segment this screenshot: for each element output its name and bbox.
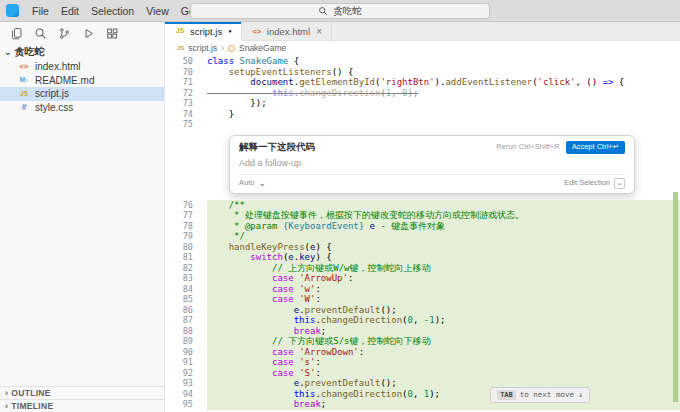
code-text: case 'w':: [207, 284, 680, 295]
code-text: handleKeyPress(e) {: [207, 242, 680, 253]
search-icon: [318, 6, 328, 16]
line-number: 95: [165, 399, 193, 410]
line-number: 85: [165, 294, 193, 305]
section-label: OUTLINE: [11, 388, 50, 398]
line-number: 83: [165, 273, 193, 284]
line-number: 86: [165, 305, 193, 316]
code-line: 74 }: [165, 109, 680, 120]
folder-root[interactable]: ⌄ 贪吃蛇: [0, 44, 164, 60]
code-text: break;: [207, 399, 680, 410]
line-number: 72: [165, 88, 193, 99]
html-icon: <>: [251, 28, 263, 36]
followup-input[interactable]: Add a follow-up: [239, 154, 625, 174]
code-line: 72 this.changeDirection(1, 0);: [165, 88, 680, 99]
close-icon[interactable]: ×: [316, 26, 322, 37]
code-line: 84 case 'w':: [165, 284, 680, 295]
chevron-down-icon: ⌄: [4, 48, 12, 57]
line-number: 93: [165, 378, 193, 389]
code-line: 90 case 'ArrowDown':: [165, 347, 680, 358]
search-icon[interactable]: [34, 27, 47, 40]
run-debug-icon[interactable]: [82, 27, 95, 40]
code-text: }: [207, 109, 680, 120]
code-text: e.preventDefault();: [207, 305, 680, 316]
code-text: case 's':: [207, 357, 680, 368]
file-item-README.md[interactable]: M↓README.md: [0, 74, 164, 88]
code-line: 89 // 下方向键或S/s键，控制蛇向下移动: [165, 336, 680, 347]
folder-root-label: 贪吃蛇: [15, 45, 45, 59]
code-text: setupEventListeners() {: [207, 67, 680, 78]
code-line: 50class SnakeGame {: [165, 56, 680, 67]
code-text: this.changeDirection(0, -1);: [207, 315, 680, 326]
line-number: 82: [165, 263, 193, 274]
panel-outline[interactable]: ›OUTLINE: [0, 386, 164, 399]
line-number: 50: [165, 56, 193, 67]
code-lines-before: 50class SnakeGame {70 setupEventListener…: [165, 56, 680, 130]
code-text: case 'S':: [207, 368, 680, 379]
code-text: // 上方向键或W/w键，控制蛇向上移动: [207, 263, 680, 274]
modified-dot-icon: ●: [228, 28, 232, 34]
code-text: document.getElementById('rightBtn').addE…: [207, 77, 680, 88]
extensions-icon[interactable]: [106, 27, 119, 40]
file-label: style.css: [35, 102, 73, 113]
code-line: 80 handleKeyPress(e) {: [165, 242, 680, 253]
code-line: 73 });: [165, 98, 680, 109]
menu-view[interactable]: View: [140, 3, 175, 19]
file-item-index.html[interactable]: <>index.html: [0, 60, 164, 74]
editor-area: JSscript.js●<>index.html× JS script.js ›…: [165, 22, 680, 412]
model-selector[interactable]: Auto: [239, 178, 254, 189]
activity-bar: [0, 22, 164, 44]
code-line: 95 break;: [165, 399, 680, 410]
file-item-style.css[interactable]: #style.css: [0, 101, 164, 115]
source-control-icon[interactable]: [58, 27, 71, 40]
code-line: 85 case 'W':: [165, 294, 680, 305]
line-number: 94: [165, 389, 193, 400]
code-line: 91 case 's':: [165, 357, 680, 368]
panel-timeline[interactable]: ›TIMELINE: [0, 399, 164, 412]
breadcrumb-file[interactable]: script.js: [188, 43, 217, 53]
menu-selection[interactable]: Selection: [85, 3, 140, 19]
search-value: 贪吃蛇: [333, 5, 362, 18]
command-center-search[interactable]: 贪吃蛇: [190, 3, 490, 19]
chevron-down-icon[interactable]: ⌄: [614, 178, 625, 189]
js-icon: JS: [18, 91, 30, 98]
chevron-right-icon: ›: [5, 389, 8, 398]
tab-index.html[interactable]: <>index.html×: [242, 22, 332, 41]
line-number: 76: [165, 200, 193, 211]
line-number: 88: [165, 326, 193, 337]
title-bar: FileEditSelectionViewGoRunTerminalHelp 贪…: [0, 0, 680, 22]
code-line: 76 /**: [165, 200, 680, 211]
tab-label: script.js: [190, 26, 222, 37]
chevron-right-icon: ›: [221, 43, 224, 53]
file-item-script.js[interactable]: JSscript.js: [0, 87, 164, 101]
code-line: 77 * 处理键盘按键事件，根据按下的键改变蛇的移动方向或控制游戏状态。: [165, 210, 680, 221]
code-text: [207, 119, 680, 130]
code-text: * @param {KeyboardEvent} e - 键盘事件对象: [207, 221, 680, 232]
explorer-icon[interactable]: [10, 27, 23, 40]
code-line: 87 this.changeDirection(0, -1);: [165, 315, 680, 326]
chevron-right-icon: ›: [5, 402, 8, 411]
tab-script.js[interactable]: JSscript.js●: [165, 22, 242, 41]
code-text: * 处理键盘按键事件，根据按下的键改变蛇的移动方向或控制游戏状态。: [207, 210, 680, 221]
css-icon: #: [18, 103, 30, 112]
code-line: 86 e.preventDefault();: [165, 305, 680, 316]
line-number: 87: [165, 315, 193, 326]
line-number: 78: [165, 221, 193, 232]
breadcrumb-symbol[interactable]: SnakeGame: [239, 43, 286, 53]
code-text: /**: [207, 200, 680, 211]
code-text: });: [207, 98, 680, 109]
accept-button[interactable]: Accept Ctrl+↵: [566, 141, 625, 155]
tab-hint-label: to next move ↓: [520, 390, 583, 401]
code-line: 79 */: [165, 231, 680, 242]
menu-edit[interactable]: Edit: [55, 3, 85, 19]
line-number: 81: [165, 252, 193, 263]
file-label: index.html: [35, 61, 81, 72]
code-text: switch(e.key) {: [207, 252, 680, 263]
line-number: 92: [165, 368, 193, 379]
line-number: 84: [165, 284, 193, 295]
scope-selector[interactable]: Edit Selection: [564, 178, 610, 189]
vscode-logo: [6, 4, 19, 17]
code-editor[interactable]: 50class SnakeGame {70 setupEventListener…: [165, 55, 680, 412]
code-text: break;: [207, 326, 680, 337]
rerun-button[interactable]: Rerun Ctrl+Shift+R: [496, 142, 559, 153]
menu-file[interactable]: File: [26, 3, 55, 19]
